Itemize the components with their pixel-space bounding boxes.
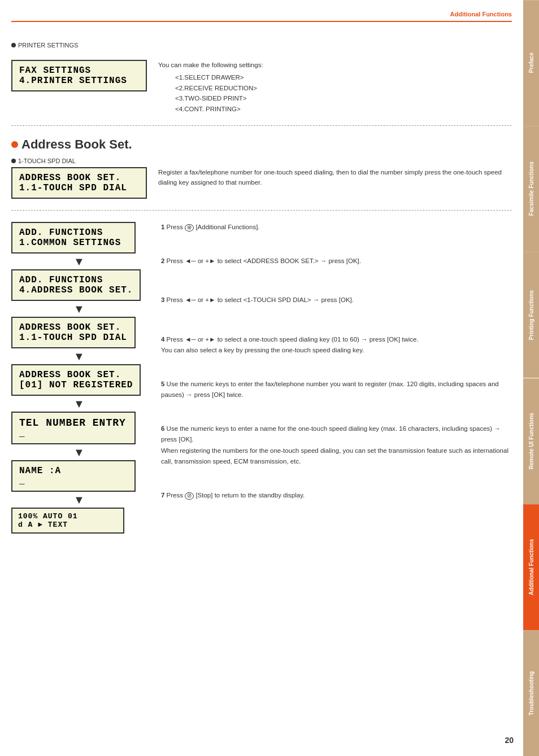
flow-arrow-6: ▼: [11, 493, 147, 506]
step-6-number: 6: [161, 425, 164, 432]
step-1-number: 1: [161, 224, 164, 230]
flow-container: ADD. FUNCTIONS 1.COMMON SETTINGS ▼ ADD. …: [11, 222, 150, 534]
additional-functions-icon: ⊛: [185, 224, 194, 231]
step-7-number: 7: [161, 492, 164, 499]
printer-left-col: FAX SETTINGS 4.PRINTER SETTINGS: [11, 60, 147, 91]
step-6: 6 Use the numeric keys to enter a name f…: [161, 423, 512, 467]
status-lcd-box: 100% AUTO 01 d A ► TEXT: [11, 508, 124, 534]
step-7: 7 Press ⊘ [Stop] to return to the standb…: [161, 490, 512, 501]
printer-right-col: You can make the following settings: <1.…: [158, 60, 512, 114]
one-touch-left: ADDRESS BOOK SET. 1.1-TOUCH SPD DIAL: [11, 167, 147, 199]
step-4-number: 4: [161, 336, 164, 343]
page-header: Additional Functions: [11, 8, 512, 25]
flow-box-5: TEL NUMBER ENTRY _: [11, 412, 136, 444]
sidebar-tab-facsimile[interactable]: Facsimile Functions: [523, 126, 539, 252]
one-touch-dot: [11, 159, 16, 163]
sidebar-tabs: Preface Facsimile Functions Printing Fun…: [523, 0, 539, 756]
step-3: 3 Press ◄─ or +► to select <1-TOUCH SPD …: [161, 295, 512, 306]
flow-arrow-1: ▼: [11, 255, 147, 268]
setting-item-1: <1.SELECT DRAWER>: [175, 72, 512, 82]
sidebar-tab-additional[interactable]: Additional Functions: [523, 504, 539, 630]
one-touch-description: Register a fax/telephone number for one-…: [158, 167, 512, 188]
flow-arrow-2: ▼: [11, 302, 147, 316]
sidebar-tab-remote[interactable]: Remote UI Functions: [523, 378, 539, 504]
setting-item-4: <4.CONT. PRINTING>: [175, 104, 512, 114]
header-line: [11, 21, 512, 22]
flow-box-1: ADD. FUNCTIONS 1.COMMON SETTINGS: [11, 222, 136, 254]
step-3-number: 3: [161, 296, 164, 303]
one-touch-body: ADDRESS BOOK SET. 1.1-TOUCH SPD DIAL Reg…: [11, 167, 512, 199]
page-number: 20: [505, 736, 514, 745]
flow-box-4: ADDRESS BOOK SET. [01] NOT REGISTERED: [11, 364, 141, 396]
step-2-number: 2: [161, 257, 164, 264]
one-touch-subsection: 1-TOUCH SPD DIAL ADDRESS BOOK SET. 1.1-T…: [11, 158, 512, 199]
setting-item-2: <2.RECEIVE REDUCTION>: [175, 83, 512, 93]
printer-section-body: FAX SETTINGS 4.PRINTER SETTINGS You can …: [11, 60, 512, 114]
step-4: 4 Press ◄─ or +► to select a one-touch s…: [161, 334, 512, 356]
address-book-title: Address Book Set.: [21, 137, 132, 152]
stop-icon: ⊘: [185, 492, 194, 500]
printer-settings-section: PRINTER SETTINGS FAX SETTINGS 4.PRINTER …: [11, 42, 512, 114]
flow-steps-layout: ADD. FUNCTIONS 1.COMMON SETTINGS ▼ ADD. …: [11, 222, 512, 534]
flow-arrow-5: ▼: [11, 445, 147, 459]
one-touch-lcd: ADDRESS BOOK SET. 1.1-TOUCH SPD DIAL: [11, 167, 147, 199]
printer-bullet-label: PRINTER SETTINGS: [11, 42, 512, 49]
bullet-dot: [11, 43, 16, 47]
step-1: 1 Press ⊛ [Additional Functions].: [161, 222, 512, 233]
printer-description: You can make the following settings:: [158, 60, 512, 70]
flow-box-2: ADD. FUNCTIONS 4.ADDRESS BOOK SET.: [11, 269, 141, 301]
section-divider-1: [11, 125, 512, 126]
flow-arrow-4: ▼: [11, 397, 147, 410]
printer-lcd-box: FAX SETTINGS 4.PRINTER SETTINGS: [11, 60, 147, 91]
sidebar-tab-preface[interactable]: Preface: [523, 0, 539, 126]
printer-settings-list: <1.SELECT DRAWER> <2.RECEIVE REDUCTION> …: [158, 72, 512, 114]
section-divider-2: [11, 210, 512, 211]
main-content: Additional Functions PRINTER SETTINGS FA…: [0, 0, 523, 545]
flow-arrow-3: ▼: [11, 349, 147, 363]
one-touch-bullet: 1-TOUCH SPD DIAL: [11, 158, 512, 164]
flow-box-3: ADDRESS BOOK SET. 1.1-TOUCH SPD DIAL: [11, 317, 136, 348]
flow-box-6: NAME :A _: [11, 460, 136, 492]
setting-item-3: <3.TWO-SIDED PRINT>: [175, 93, 512, 103]
address-bullet-dot: [11, 141, 18, 148]
step-5-number: 5: [161, 381, 164, 387]
sidebar-tab-printing[interactable]: Printing Functions: [523, 252, 539, 378]
steps-column: 1 Press ⊛ [Additional Functions]. 2 Pres…: [161, 222, 512, 510]
sidebar-tab-troubleshooting[interactable]: Troubleshooting: [523, 630, 539, 756]
step-2: 2 Press ◄─ or +► to select <ADDRESS BOOK…: [161, 256, 512, 267]
address-book-title-row: Address Book Set.: [11, 137, 512, 152]
page-header-title: Additional Functions: [450, 11, 512, 18]
step-5: 5 Use the numeric keys to enter the fax/…: [161, 379, 512, 401]
